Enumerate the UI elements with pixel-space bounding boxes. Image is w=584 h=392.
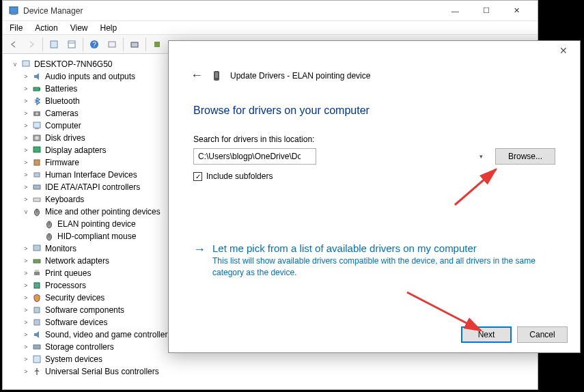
device-category-icon <box>31 255 42 266</box>
device-category-icon <box>31 83 42 94</box>
svg-rect-3 <box>68 41 75 48</box>
arrow-right-icon: → <box>193 243 206 279</box>
device-category-icon <box>31 96 42 107</box>
expander-icon[interactable]: > <box>22 171 30 179</box>
expander-icon[interactable]: > <box>22 72 30 81</box>
svg-rect-11 <box>33 87 40 91</box>
search-label: Search for drivers in this location: <box>193 135 555 144</box>
svg-point-18 <box>36 137 39 140</box>
expander-icon[interactable]: v <box>11 60 19 68</box>
expander-icon[interactable]: > <box>22 294 30 302</box>
device-category-icon <box>31 108 42 119</box>
browse-button[interactable]: Browse... <box>495 148 555 165</box>
svg-rect-23 <box>33 198 40 201</box>
expander-icon[interactable]: > <box>22 134 30 142</box>
svg-rect-12 <box>40 88 40 90</box>
svg-rect-32 <box>34 272 40 275</box>
include-subfolders-label: Include subfolders <box>206 171 273 181</box>
svg-rect-30 <box>33 245 40 251</box>
device-category-icon <box>31 145 42 156</box>
dialog-close-icon[interactable]: ✕ <box>554 45 573 59</box>
toolbar-icon[interactable] <box>64 37 80 52</box>
expander-icon[interactable]: > <box>22 122 30 130</box>
pick-title: Let me pick from a list of available dri… <box>212 242 540 254</box>
next-button[interactable]: Next <box>461 326 512 343</box>
dialog-heading: Browse for drivers on your computer <box>169 83 580 117</box>
expander-icon[interactable]: > <box>22 158 30 167</box>
update-drivers-dialog: ✕ ← Update Drivers - ELAN pointing devic… <box>168 40 581 353</box>
cancel-button[interactable]: Cancel <box>517 326 568 343</box>
svg-rect-0 <box>10 7 18 14</box>
expander-icon[interactable]: > <box>22 109 30 117</box>
device-category-icon <box>31 182 42 193</box>
expander-icon[interactable]: > <box>22 257 30 265</box>
svg-rect-34 <box>34 283 40 288</box>
menu-help[interactable]: Help <box>96 22 122 34</box>
toolbar-icon[interactable] <box>104 37 120 52</box>
device-category-icon <box>31 366 42 376</box>
menu-action[interactable]: Action <box>31 22 61 34</box>
device-category-icon <box>31 305 42 316</box>
menubar: File Action View Help <box>3 21 538 35</box>
device-category-icon <box>31 243 42 254</box>
svg-rect-7 <box>109 42 115 47</box>
menu-view[interactable]: View <box>66 22 92 34</box>
path-input[interactable] <box>193 148 316 165</box>
titlebar[interactable]: Device Manager — ☐ ✕ <box>3 1 538 21</box>
device-category-icon <box>31 120 42 131</box>
expander-icon[interactable]: > <box>22 146 30 154</box>
svg-rect-38 <box>33 356 40 363</box>
svg-rect-9 <box>154 42 160 47</box>
tree-item[interactable]: >Universal Serial Bus controllers <box>8 365 532 376</box>
close-button[interactable]: ✕ <box>501 1 532 20</box>
device-category-icon <box>31 169 42 180</box>
device-icon <box>211 70 223 82</box>
computer-icon <box>20 59 31 70</box>
expander-icon[interactable]: > <box>22 355 30 363</box>
svg-rect-31 <box>33 260 40 263</box>
expander-icon[interactable]: > <box>22 269 30 277</box>
expander-icon[interactable]: > <box>22 85 30 93</box>
svg-rect-40 <box>215 72 218 78</box>
expander-icon[interactable]: v <box>22 208 30 216</box>
expander-icon[interactable]: > <box>22 244 30 253</box>
expander-icon[interactable]: > <box>22 306 30 314</box>
device-category-icon <box>31 354 42 365</box>
scan-icon[interactable] <box>126 37 143 52</box>
device-category-icon <box>31 268 42 279</box>
include-subfolders-checkbox[interactable]: ✓ <box>193 172 202 181</box>
dropdown-icon[interactable]: ▾ <box>479 153 483 160</box>
device-category-icon <box>31 317 42 328</box>
svg-rect-15 <box>33 122 40 128</box>
expander-icon[interactable]: > <box>22 183 30 191</box>
expander-icon[interactable]: > <box>22 367 30 376</box>
device-category-icon <box>31 132 42 143</box>
minimize-button[interactable]: — <box>440 1 471 20</box>
device-category-icon <box>31 71 42 82</box>
expander-icon[interactable]: > <box>22 331 30 339</box>
toolbar-icon[interactable] <box>46 37 62 52</box>
svg-rect-1 <box>11 14 16 15</box>
back-icon[interactable] <box>5 37 22 52</box>
update-icon[interactable] <box>149 37 165 52</box>
expander-icon[interactable]: > <box>22 195 30 204</box>
device-category-icon <box>31 206 42 217</box>
svg-point-14 <box>36 113 38 115</box>
expander-icon[interactable]: > <box>22 318 30 326</box>
device-category-icon <box>31 280 42 291</box>
help-icon[interactable]: ? <box>86 37 102 52</box>
forward-icon[interactable] <box>23 37 40 52</box>
back-arrow-icon[interactable]: ← <box>191 68 203 83</box>
svg-rect-33 <box>35 270 39 272</box>
expander-icon[interactable]: > <box>22 343 30 351</box>
device-category-icon <box>31 157 42 168</box>
maximize-button[interactable]: ☐ <box>471 1 501 20</box>
pick-from-list-link[interactable]: → Let me pick from a list of available d… <box>169 181 580 279</box>
expander-icon[interactable]: > <box>22 281 30 290</box>
menu-file[interactable]: File <box>5 22 27 34</box>
expander-icon[interactable]: > <box>22 97 30 105</box>
device-category-icon <box>31 194 42 205</box>
tree-item[interactable]: >System devices <box>8 353 532 365</box>
device-category-icon <box>31 341 42 352</box>
svg-rect-21 <box>34 173 40 177</box>
